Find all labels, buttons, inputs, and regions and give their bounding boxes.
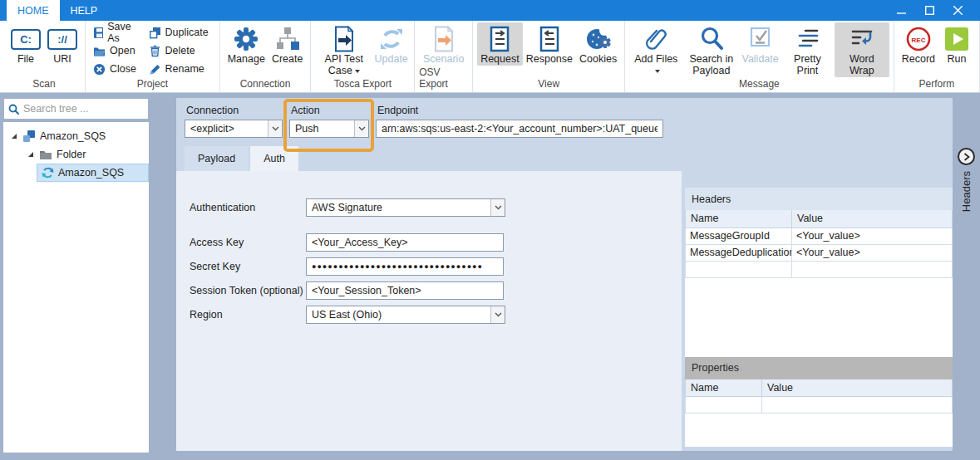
- authentication-row: Authentication AWS Signature: [190, 198, 682, 217]
- request-document-icon: [489, 26, 510, 52]
- delete-button[interactable]: Delete: [147, 42, 210, 59]
- properties-col-value[interactable]: Value: [762, 379, 953, 397]
- connection-label: Connection: [185, 103, 283, 120]
- dropdown-caret-icon: [355, 70, 360, 73]
- tab-payload[interactable]: Payload: [185, 146, 249, 171]
- record-icon: REC: [905, 26, 932, 52]
- access-key-input[interactable]: [306, 233, 504, 252]
- tree-item-folder[interactable]: Folder: [3, 145, 149, 164]
- tree-item-amazon-sqs[interactable]: Amazon_SQS: [37, 164, 149, 182]
- validate-checkbox-icon: [748, 26, 773, 52]
- request-editor: Payload Auth Authentication AWS Signatur…: [176, 143, 682, 451]
- properties-col-name[interactable]: Name: [686, 379, 762, 397]
- scenario-document-icon: [431, 26, 456, 52]
- run-button[interactable]: Run: [938, 22, 975, 66]
- ribbon-group-osv-export: Scenario OSV Export: [415, 21, 473, 92]
- group-label-message: Message: [739, 78, 780, 92]
- close-icon: [953, 6, 963, 15]
- headers-col-name[interactable]: Name: [686, 210, 792, 228]
- search-in-payload-button[interactable]: Search in Payload: [682, 22, 740, 77]
- authentication-select[interactable]: AWS Signature: [306, 198, 505, 217]
- uri-button[interactable]: :// URI: [44, 22, 81, 66]
- update-button: Update: [372, 22, 410, 66]
- action-select[interactable]: Push: [289, 120, 369, 138]
- expander-icon[interactable]: [27, 151, 34, 158]
- record-button[interactable]: REC Record: [899, 22, 938, 66]
- api-test-case-button[interactable]: API Test Case: [315, 22, 372, 77]
- authentication-label: Authentication: [190, 202, 306, 213]
- table-row[interactable]: [686, 397, 953, 414]
- tab-auth[interactable]: Auth: [250, 146, 298, 171]
- properties-panel-title: Properties: [685, 357, 953, 379]
- manage-connection-button[interactable]: Manage: [224, 22, 268, 66]
- pretty-print-button[interactable]: Pretty Print: [781, 22, 835, 77]
- tree-item-root[interactable]: Amazon_SQS: [3, 127, 149, 145]
- close-project-button[interactable]: Close: [91, 61, 140, 77]
- duplicate-icon: [149, 27, 161, 39]
- close-button[interactable]: [943, 0, 972, 21]
- chevron-down-icon[interactable]: [354, 120, 368, 137]
- group-label-connection: Connection: [240, 78, 291, 92]
- connection-field: Connection <explicit>: [185, 103, 283, 143]
- paperclip-icon: [644, 26, 667, 52]
- trash-icon: [149, 45, 161, 57]
- word-wrap-button[interactable]: Word Wrap: [835, 22, 889, 77]
- headers-empty-area: [685, 278, 953, 357]
- endpoint-input[interactable]: [376, 120, 663, 138]
- secret-key-row: Secret Key: [190, 257, 682, 276]
- region-select[interactable]: US East (Ohio): [306, 306, 505, 324]
- action-label: Action: [289, 103, 369, 120]
- secret-key-label: Secret Key: [190, 261, 306, 272]
- window-controls: [887, 0, 980, 21]
- auth-form: Authentication AWS Signature Access Key …: [176, 171, 682, 451]
- duplicate-button[interactable]: Duplicate: [147, 24, 210, 41]
- chevron-down-icon[interactable]: [490, 199, 505, 216]
- tab-help[interactable]: HELP: [60, 0, 109, 21]
- action-field: Action Push: [289, 103, 369, 143]
- ribbon-group-perform: REC Record Run Perform: [894, 21, 980, 92]
- headers-col-value[interactable]: Value: [792, 210, 953, 228]
- create-connection-button[interactable]: Create: [268, 22, 307, 66]
- add-files-button[interactable]: Add Files: [629, 22, 682, 77]
- session-token-input[interactable]: [306, 281, 504, 300]
- validate-button: Validate: [740, 22, 781, 66]
- file-button[interactable]: C: File: [7, 22, 44, 66]
- document-export-icon: [332, 26, 357, 52]
- save-as-button[interactable]: Save As: [91, 24, 140, 41]
- tab-home[interactable]: HOME: [7, 0, 60, 21]
- tree-search-box: [3, 98, 149, 120]
- table-row[interactable]: [686, 261, 953, 277]
- response-view-button[interactable]: Response: [523, 22, 576, 66]
- chevron-down-icon[interactable]: [268, 120, 282, 137]
- side-tab-headers[interactable]: Headers: [960, 171, 973, 212]
- expand-headers-button[interactable]: [958, 148, 975, 165]
- minimize-button[interactable]: [887, 0, 915, 21]
- open-button[interactable]: Open: [91, 42, 140, 59]
- maximize-icon: [925, 6, 934, 15]
- group-label-scan: Scan: [32, 78, 55, 92]
- group-label-osv-export: OSV Export: [419, 66, 468, 92]
- access-key-label: Access Key: [190, 237, 306, 248]
- table-row[interactable]: MessageDeduplication<Your_value>: [686, 244, 953, 261]
- group-label-tosca-export: Tosca Export: [334, 78, 392, 92]
- tree-panel: Amazon_SQS Folder Amazon_SQS: [3, 122, 149, 453]
- connection-select[interactable]: <explicit>: [185, 120, 283, 138]
- maximize-button[interactable]: [915, 0, 943, 21]
- region-label: Region: [190, 309, 306, 321]
- request-view-button[interactable]: Request: [477, 22, 523, 66]
- headers-table: Name Value MessageGroupId<Your_value> Me…: [685, 210, 953, 278]
- tree-search-input[interactable]: [23, 103, 144, 115]
- chevron-down-icon[interactable]: [490, 306, 505, 323]
- sqs-refresh-icon: [41, 166, 54, 179]
- expander-icon[interactable]: [11, 133, 17, 139]
- table-row[interactable]: MessageGroupId<Your_value>: [686, 228, 953, 244]
- ribbon-group-view: Request Response: [473, 21, 625, 92]
- cookies-view-button[interactable]: Cookies: [576, 22, 620, 66]
- ribbon-group-message: Add Files Search in Payload: [625, 21, 894, 92]
- secret-key-input[interactable]: [306, 257, 504, 276]
- rename-button[interactable]: Rename: [147, 61, 210, 77]
- sitemap-icon: [274, 26, 301, 52]
- cookie-icon: [585, 26, 612, 52]
- content-tabstrip: Payload Auth: [176, 143, 682, 171]
- search-icon: [699, 26, 724, 52]
